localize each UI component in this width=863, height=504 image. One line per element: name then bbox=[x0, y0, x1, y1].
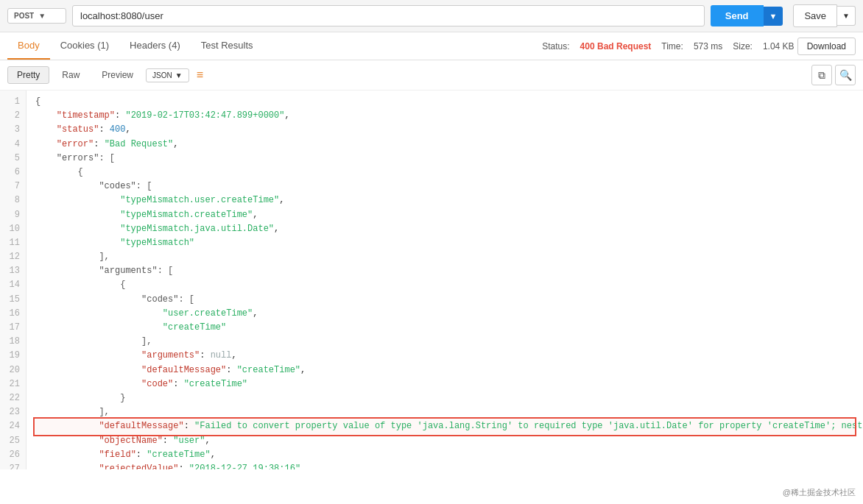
code-line-19: "arguments": null, bbox=[35, 349, 854, 363]
wrap-icon[interactable]: ≡ bbox=[197, 68, 203, 82]
method-label: POST bbox=[14, 12, 34, 20]
format-select-label: JSON bbox=[152, 71, 172, 79]
save-dropdown-button[interactable]: ▼ bbox=[837, 6, 856, 26]
code-line-2: "timestamp": "2019-02-17T03:42:47.899+00… bbox=[35, 109, 854, 123]
tab-headers[interactable]: Headers (4) bbox=[119, 32, 191, 60]
line-num-10: 10 bbox=[6, 222, 20, 236]
tab-bar: Body Cookies (1) Headers (4) Test Result… bbox=[0, 32, 863, 60]
code-line-17: "createTime" bbox=[35, 321, 854, 335]
code-line-13: "arguments": [ bbox=[35, 264, 854, 278]
code-line-16: "user.createTime", bbox=[35, 307, 854, 321]
format-select[interactable]: JSON ▼ bbox=[146, 68, 189, 82]
copy-button[interactable]: ⧉ bbox=[811, 65, 832, 85]
line-num-5: 5 bbox=[6, 152, 20, 166]
line-num-14: 14 bbox=[6, 278, 20, 292]
tab-body[interactable]: Body bbox=[7, 32, 50, 60]
code-line-26: "field": "createTime", bbox=[35, 448, 854, 462]
line-num-21: 21 bbox=[6, 377, 20, 391]
code-line-6: { bbox=[35, 166, 854, 180]
line-num-12: 12 bbox=[6, 250, 20, 264]
send-group: Send ▼ bbox=[711, 5, 783, 26]
code-line-24: "defaultMessage": "Failed to convert pro… bbox=[35, 419, 854, 433]
line-num-9: 9 bbox=[6, 208, 20, 222]
status-value: 400 Bad Request bbox=[580, 41, 652, 52]
line-num-20: 20 bbox=[6, 363, 20, 377]
code-line-9: "typeMismatch.createTime", bbox=[35, 208, 854, 222]
code-line-7: "codes": [ bbox=[35, 180, 854, 194]
code-line-10: "typeMismatch.java.util.Date", bbox=[35, 222, 854, 236]
code-line-12: ], bbox=[35, 250, 854, 264]
line-num-8: 8 bbox=[6, 194, 20, 207]
code-line-5: "errors": [ bbox=[35, 152, 854, 166]
download-button[interactable]: Download bbox=[797, 38, 856, 55]
time-label: Time: bbox=[661, 41, 683, 52]
preview-button[interactable]: Preview bbox=[92, 66, 143, 84]
line-num-18: 18 bbox=[6, 335, 20, 349]
tab-cookies[interactable]: Cookies (1) bbox=[50, 32, 119, 60]
line-num-3: 3 bbox=[6, 123, 20, 137]
code-line-8: "typeMismatch.user.createTime", bbox=[35, 194, 854, 207]
status-label: Status: bbox=[542, 41, 569, 52]
send-dropdown-button[interactable]: ▼ bbox=[764, 7, 783, 26]
line-num-17: 17 bbox=[6, 321, 20, 335]
line-num-26: 26 bbox=[6, 448, 20, 462]
line-num-16: 16 bbox=[6, 307, 20, 321]
line-num-23: 23 bbox=[6, 405, 20, 419]
code-line-23: ], bbox=[35, 405, 854, 419]
code-line-15: "codes": [ bbox=[35, 293, 854, 307]
line-num-1: 1 bbox=[6, 95, 20, 109]
line-num-24: 24 bbox=[6, 419, 20, 433]
save-group: Save ▼ bbox=[793, 4, 856, 27]
url-input[interactable] bbox=[72, 5, 705, 26]
method-select[interactable]: POST ▼ bbox=[7, 8, 66, 24]
size-label: Size: bbox=[733, 41, 753, 52]
line-num-27: 27 bbox=[6, 462, 20, 469]
line-num-15: 15 bbox=[6, 293, 20, 307]
tab-test-results[interactable]: Test Results bbox=[191, 32, 264, 60]
code-line-14: { bbox=[35, 278, 854, 292]
code-area: 1234567891011121314151617181920212223242… bbox=[0, 90, 863, 469]
line-num-25: 25 bbox=[6, 434, 20, 448]
save-button[interactable]: Save bbox=[793, 4, 837, 27]
format-bar: Pretty Raw Preview JSON ▼ ≡ ⧉ 🔍 bbox=[0, 60, 863, 90]
time-value: 573 ms bbox=[694, 41, 722, 52]
code-content[interactable]: { "timestamp": "2019-02-17T03:42:47.899+… bbox=[27, 90, 863, 469]
code-line-3: "status": 400, bbox=[35, 123, 854, 137]
method-dropdown-icon: ▼ bbox=[38, 12, 46, 20]
top-bar: POST ▼ Send ▼ Save ▼ bbox=[0, 0, 863, 32]
line-num-4: 4 bbox=[6, 138, 20, 152]
code-line-18: ], bbox=[35, 335, 854, 349]
status-info: Status: 400 Bad Request Time: 573 ms Siz… bbox=[542, 41, 794, 52]
line-num-22: 22 bbox=[6, 391, 20, 405]
raw-button[interactable]: Raw bbox=[52, 66, 89, 84]
code-line-22: } bbox=[35, 391, 854, 405]
code-line-27: "rejectedValue": "2018-12-27 19:38:16", bbox=[35, 462, 854, 469]
code-line-11: "typeMismatch" bbox=[35, 236, 854, 250]
code-line-21: "code": "createTime" bbox=[35, 377, 854, 391]
line-num-2: 2 bbox=[6, 109, 20, 123]
pretty-button[interactable]: Pretty bbox=[7, 66, 49, 84]
code-line-1: { bbox=[35, 95, 854, 109]
line-num-13: 13 bbox=[6, 264, 20, 278]
line-num-7: 7 bbox=[6, 180, 20, 194]
line-num-11: 11 bbox=[6, 236, 20, 250]
line-num-19: 19 bbox=[6, 349, 20, 363]
size-value: 1.04 KB bbox=[763, 41, 795, 52]
send-button[interactable]: Send bbox=[711, 5, 764, 26]
line-numbers: 1234567891011121314151617181920212223242… bbox=[0, 90, 27, 469]
code-line-25: "objectName": "user", bbox=[35, 434, 854, 448]
search-button[interactable]: 🔍 bbox=[835, 65, 856, 85]
format-dropdown-icon: ▼ bbox=[175, 71, 183, 79]
code-line-20: "defaultMessage": "createTime", bbox=[35, 363, 854, 377]
code-line-4: "error": "Bad Request", bbox=[35, 138, 854, 152]
line-num-6: 6 bbox=[6, 166, 20, 180]
